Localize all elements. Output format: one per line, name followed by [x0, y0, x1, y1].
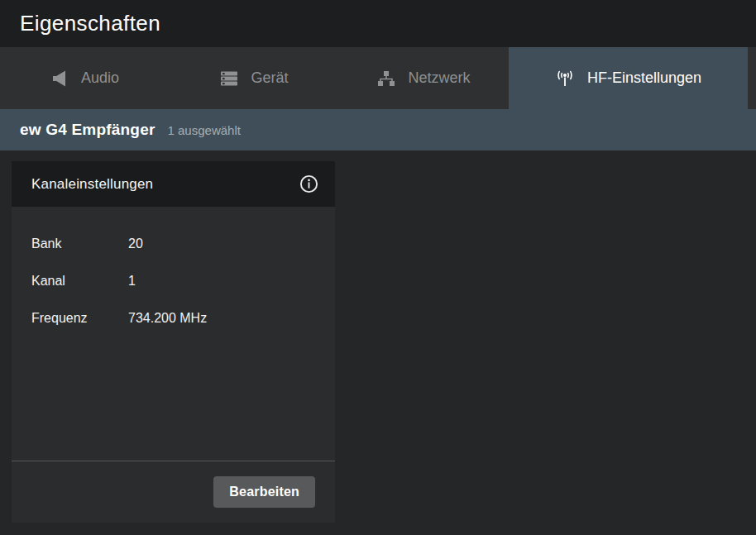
- panel-footer: Bearbeiten: [12, 461, 335, 523]
- tab-label: Gerät: [251, 69, 288, 87]
- panel-title: Kanaleinstellungen: [31, 176, 153, 193]
- field-value: 20: [128, 236, 315, 251]
- page-title: Eigenschaften: [20, 11, 160, 36]
- field-value: 734.200 MHz: [128, 311, 315, 325]
- tab-label: HF-Einstellungen: [587, 69, 701, 87]
- field-label: Bank: [31, 236, 128, 251]
- channel-settings-panel: Kanaleinstellungen Bank 20 Kanal 1 Frequ…: [12, 161, 335, 523]
- panel-header: Kanaleinstellungen: [12, 161, 335, 207]
- tab-geraet[interactable]: Gerät: [170, 47, 339, 109]
- field-row-frequenz: Frequenz 734.200 MHz: [31, 311, 315, 325]
- properties-tabbar: Audio Gerät: [0, 47, 756, 109]
- titlebar: Eigenschaften: [0, 0, 756, 47]
- network-tree-icon: [377, 69, 395, 88]
- field-label: Kanal: [31, 274, 128, 288]
- content-area: Kanaleinstellungen Bank 20 Kanal 1 Frequ…: [0, 150, 756, 535]
- tab-label: Netzwerk: [408, 69, 470, 87]
- field-row-kanal: Kanal 1: [31, 274, 315, 288]
- tab-audio[interactable]: Audio: [0, 47, 170, 109]
- field-row-bank: Bank 20: [31, 236, 315, 251]
- tab-hf-einstellungen[interactable]: HF-Einstellungen: [509, 47, 748, 109]
- speaker-icon: [50, 69, 69, 88]
- device-subheader: ew G4 Empfänger 1 ausgewählt: [0, 109, 756, 150]
- info-icon[interactable]: [299, 174, 318, 193]
- edit-button[interactable]: Bearbeiten: [213, 476, 315, 508]
- device-rack-icon: [220, 69, 238, 88]
- antenna-icon: [555, 69, 575, 88]
- selection-count: 1 ausgewählt: [168, 123, 241, 137]
- device-type-label: ew G4 Empfänger: [20, 121, 156, 139]
- tab-netzwerk[interactable]: Netzwerk: [339, 47, 509, 109]
- field-value: 1: [128, 274, 315, 288]
- field-label: Frequenz: [31, 311, 128, 325]
- tab-label: Audio: [81, 69, 119, 87]
- panel-body: Bank 20 Kanal 1 Frequenz 734.200 MHz: [12, 207, 335, 461]
